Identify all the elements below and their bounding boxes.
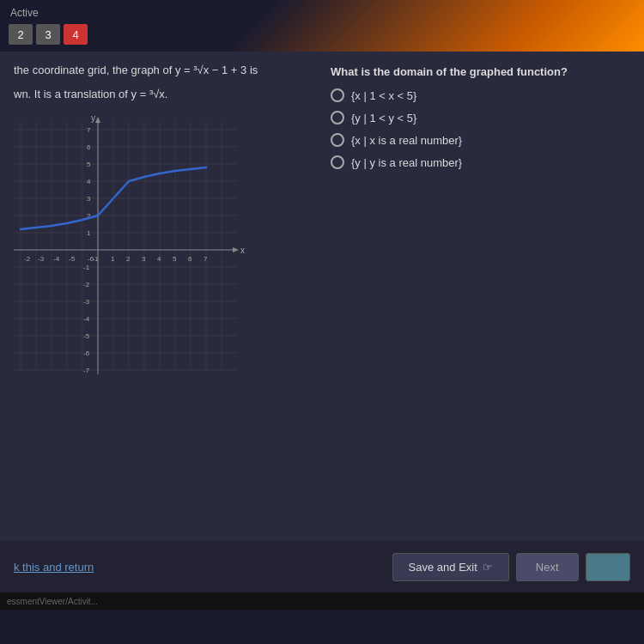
svg-text:-3: -3 bbox=[83, 298, 90, 306]
svg-text:-6: -6 bbox=[83, 349, 90, 357]
svg-text:5: 5 bbox=[173, 255, 177, 263]
tab-2[interactable]: 2 bbox=[9, 24, 33, 45]
svg-text:6: 6 bbox=[188, 255, 192, 263]
question-area: the coordinate grid, the graph of y = ³√… bbox=[0, 52, 644, 592]
option-2[interactable]: {y | 1 < y < 5} bbox=[331, 111, 630, 125]
svg-text:3: 3 bbox=[142, 255, 146, 263]
option-4[interactable]: {y | y is a real number} bbox=[331, 155, 630, 169]
graph-container: x y -6 -5 -4 -3 -2 -1 1 2 3 4 5 bbox=[14, 112, 254, 387]
svg-text:1: 1 bbox=[87, 229, 91, 237]
left-panel: the coordinate grid, the graph of y = ³√… bbox=[14, 62, 313, 592]
bottom-buttons: Save and Exit ☞ Next bbox=[392, 553, 630, 581]
svg-text:-4: -4 bbox=[53, 255, 60, 263]
radio-1[interactable] bbox=[331, 88, 344, 102]
svg-text:4: 4 bbox=[87, 178, 91, 185]
top-bar: Active 2 3 4 bbox=[0, 0, 644, 52]
tab-4[interactable]: 4 bbox=[64, 24, 88, 45]
svg-text:-3: -3 bbox=[38, 255, 45, 263]
radio-2[interactable] bbox=[331, 111, 344, 125]
svg-text:5: 5 bbox=[87, 161, 91, 168]
svg-text:7: 7 bbox=[87, 126, 91, 134]
radio-4[interactable] bbox=[331, 155, 344, 169]
browser-url: essmentViewer/Activit... bbox=[7, 597, 98, 606]
question-text-left-1: the coordinate grid, the graph of y = ³√… bbox=[14, 62, 313, 79]
svg-text:7: 7 bbox=[204, 255, 208, 263]
save-exit-button[interactable]: Save and Exit ☞ bbox=[392, 553, 509, 581]
svg-text:4: 4 bbox=[157, 255, 161, 263]
svg-text:-2: -2 bbox=[83, 281, 90, 289]
question-text-left-2: wn. It is a translation of y = ³√x. bbox=[14, 86, 313, 103]
tab-3[interactable]: 3 bbox=[36, 24, 60, 45]
svg-text:-1: -1 bbox=[93, 256, 98, 262]
svg-text:y: y bbox=[91, 113, 95, 123]
bottom-bar: k this and return Save and Exit ☞ Next bbox=[0, 541, 644, 592]
next-button[interactable]: Next bbox=[516, 553, 579, 581]
option-4-label: {y | y is a real number} bbox=[351, 156, 462, 169]
graph-svg: x y -6 -5 -4 -3 -2 -1 1 2 3 4 5 bbox=[14, 112, 254, 387]
extra-button[interactable] bbox=[586, 553, 630, 581]
option-2-label: {y | 1 < y < 5} bbox=[351, 112, 416, 125]
options-list: {x | 1 < x < 5} {y | 1 < y < 5} {x | x i… bbox=[331, 88, 630, 169]
question-text-right: What is the domain of the graphed functi… bbox=[331, 65, 630, 78]
option-1[interactable]: {x | 1 < x < 5} bbox=[331, 88, 630, 102]
page-tabs: 2 3 4 bbox=[9, 24, 88, 45]
hand-icon: ☞ bbox=[483, 561, 493, 574]
svg-text:1: 1 bbox=[111, 255, 115, 263]
active-label: Active bbox=[10, 7, 39, 19]
svg-text:-4: -4 bbox=[83, 315, 90, 323]
svg-text:2: 2 bbox=[126, 255, 131, 263]
radio-3[interactable] bbox=[331, 133, 344, 147]
svg-text:3: 3 bbox=[87, 195, 91, 203]
svg-text:-2: -2 bbox=[24, 255, 31, 263]
svg-text:x: x bbox=[240, 246, 245, 255]
svg-text:-7: -7 bbox=[83, 367, 90, 374]
svg-text:-5: -5 bbox=[83, 332, 90, 340]
skip-link[interactable]: k this and return bbox=[14, 561, 94, 574]
option-1-label: {x | 1 < x < 5} bbox=[351, 89, 416, 102]
svg-text:6: 6 bbox=[87, 143, 91, 151]
option-3[interactable]: {x | x is a real number} bbox=[331, 133, 630, 147]
svg-text:-5: -5 bbox=[69, 255, 76, 263]
option-3-label: {x | x is a real number} bbox=[351, 134, 462, 147]
browser-bar: essmentViewer/Activit... bbox=[0, 592, 644, 610]
main-content: the coordinate grid, the graph of y = ³√… bbox=[0, 52, 644, 592]
svg-text:-1: -1 bbox=[83, 264, 90, 271]
right-panel: What is the domain of the graphed functi… bbox=[331, 62, 630, 592]
